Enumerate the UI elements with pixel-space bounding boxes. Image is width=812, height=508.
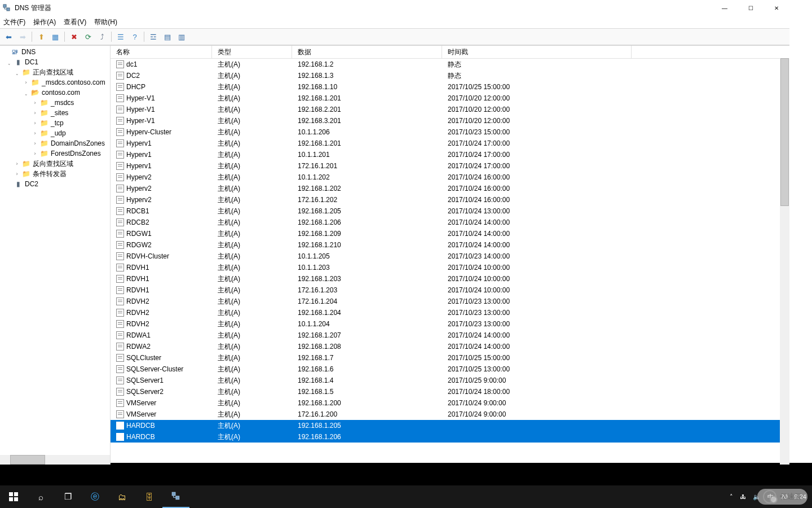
content-body: 🖳DNS ˬ▮DC1 ˬ📁正向查找区域 ›📁_msdcs.contoso.com… [0,45,789,465]
table-row[interactable]: HARDCB主机(A)192.168.1.206 [111,431,789,443]
taskbar[interactable]: ⌕ ❐ ⓔ 🗂 🗄 ˄ 🖧 🔈 中 20 9:24 [0,485,812,508]
show-hide-tree-icon[interactable]: ▦ [49,30,61,43]
svg-rect-5 [14,492,18,496]
dns-manager-taskbar-icon[interactable] [162,485,189,508]
record-rows[interactable]: dc1主机(A)192.168.1.2静态DC2主机(A)192.168.1.3… [111,59,789,465]
tree-sites[interactable]: ›📁_sites [0,108,110,118]
svg-rect-1 [7,8,10,11]
tree-conditional-forwarders[interactable]: ›📁条件转发器 [0,169,110,179]
table-row[interactable]: RDCB2主机(A)192.168.1.2062017/10/24 14:00:… [111,217,789,228]
table-row[interactable]: DC2主机(A)192.168.1.3静态 [111,70,789,81]
tree-msdcs[interactable]: ›📁_msdcs [0,98,110,108]
table-row[interactable]: RDGW1主机(A)192.168.1.2092017/10/24 14:00:… [111,228,789,239]
col-name[interactable]: 名称 [111,46,212,58]
separator [111,32,112,42]
list-icon[interactable]: ☲ [147,30,160,43]
table-row[interactable]: Hyperv1主机(A)10.1.1.2012017/10/24 17:00:0… [111,149,789,160]
table-row[interactable]: RDVH1主机(A)172.16.1.2032017/10/24 10:00:0… [111,284,789,296]
table-row[interactable]: SQLServer-Cluster主机(A)192.168.1.62017/10… [111,364,789,375]
table-row[interactable]: Hyperv1主机(A)192.168.1.2012017/10/24 17:0… [111,138,789,149]
maximize-button[interactable]: ☐ [738,0,764,16]
explorer-icon[interactable]: 🗂 [108,485,135,508]
svg-rect-8 [172,492,175,496]
start-button[interactable] [0,485,27,508]
ie-icon[interactable]: ⓔ [81,485,108,508]
table-row[interactable]: SQLCluster主机(A)192.168.1.72017/10/25 15:… [111,352,789,364]
close-button[interactable]: ✕ [764,0,789,16]
column-headers[interactable]: 名称 类型 数据 时间戳 [111,46,789,59]
watermark-logo-icon [763,490,776,503]
tree-server-dc2[interactable]: ▮DC2 [0,179,110,189]
tree-tcp[interactable]: ›📁_tcp [0,118,110,128]
tree-horizontal-scrollbar[interactable] [0,455,110,465]
table-row[interactable]: HARDCB主机(A)192.168.1.205 [111,420,789,431]
table-row[interactable]: Hyper-V1主机(A)192.168.2.2012017/10/20 12:… [111,104,789,115]
columns-icon[interactable]: ▥ [175,30,188,43]
table-row[interactable]: DHCP主机(A)192.168.1.102017/10/25 15:00:00 [111,81,789,93]
tree-forestdnszones[interactable]: ›📁ForestDnsZones [0,148,110,159]
tree-zone-msdcs-contoso[interactable]: ›📁_msdcs.contoso.com [0,77,110,87]
task-view-icon[interactable]: ❐ [54,485,81,508]
table-row[interactable]: RDWA1主机(A)192.168.1.2072017/10/24 14:00:… [111,330,789,341]
col-data[interactable]: 数据 [292,46,442,58]
table-row[interactable]: SQLServer1主机(A)192.168.1.42017/10/25 9:0… [111,375,789,386]
tree-zone-contoso[interactable]: ˬ📂contoso.com [0,87,110,98]
refresh-icon[interactable]: ⟳ [82,30,94,43]
details-icon[interactable]: ▤ [161,30,174,43]
table-row[interactable]: Hyperv2主机(A)10.1.1.2022017/10/24 16:00:0… [111,172,789,183]
table-row[interactable]: dc1主机(A)192.168.1.2静态 [111,59,789,70]
separator [144,32,144,42]
up-icon[interactable]: ⬆ [35,30,47,43]
table-row[interactable]: RDGW2主机(A)192.168.1.2102017/10/24 14:00:… [111,239,789,251]
server-manager-icon[interactable]: 🗄 [135,485,162,508]
table-row[interactable]: RDVH2主机(A)10.1.1.2042017/10/23 13:00:00 [111,318,789,330]
table-row[interactable]: Hyper-V1主机(A)192.168.3.2012017/10/20 12:… [111,115,789,126]
properties-icon[interactable]: ☰ [114,30,127,43]
minimize-button[interactable]: — [712,0,738,16]
table-row[interactable]: SQLServer2主机(A)192.168.1.52017/10/24 18:… [111,386,789,397]
menu-help[interactable]: 帮助(H) [94,17,117,27]
toolbar: ⬅ ➡ ⬆ ▦ ✖ ⟳ ⤴ ☰ ? ☲ ▤ ▥ [0,28,789,45]
table-row[interactable]: RDVH1主机(A)10.1.1.2032017/10/24 10:00:00 [111,262,789,273]
col-type[interactable]: 类型 [212,46,292,58]
table-row[interactable]: Hyper-V1主机(A)192.168.1.2012017/10/20 12:… [111,93,789,104]
tree-udp[interactable]: ›📁_udp [0,128,110,138]
tray-chevron-up-icon[interactable]: ˄ [730,493,733,501]
table-row[interactable]: Hyperv1主机(A)172.16.1.2012017/10/24 17:00… [111,160,789,172]
help-icon[interactable]: ? [129,30,141,43]
tree-domaindnszones[interactable]: ›📁DomainDnsZones [0,138,110,148]
menu-view[interactable]: 查看(V) [64,17,86,27]
table-row[interactable]: RDVH-Cluster主机(A)10.1.1.2052017/10/23 14… [111,251,789,262]
watermark: 亿速云 [757,489,807,505]
forward-icon[interactable]: ➡ [16,30,29,43]
table-row[interactable]: Hyperv-Cluster主机(A)10.1.1.2062017/10/23 … [111,126,789,138]
menubar: 文件(F) 操作(A) 查看(V) 帮助(H) [0,16,789,28]
tray-network-icon[interactable]: 🖧 [740,493,746,500]
records-panel: 名称 类型 数据 时间戳 dc1主机(A)192.168.1.2静态DC2主机(… [111,46,789,465]
tree-root-dns[interactable]: 🖳DNS [0,47,110,57]
tree-panel[interactable]: 🖳DNS ˬ▮DC1 ˬ📁正向查找区域 ›📁_msdcs.contoso.com… [0,46,111,465]
table-row[interactable]: RDVH2主机(A)172.16.1.2042017/10/23 13:00:0… [111,296,789,307]
table-row[interactable]: VMServer主机(A)172.16.1.2002017/10/24 9:00… [111,409,789,420]
vertical-scrollbar[interactable] [780,58,789,465]
table-row[interactable]: RDVH2主机(A)192.168.1.2042017/10/23 13:00:… [111,307,789,318]
table-row[interactable]: RDVH1主机(A)192.168.1.2032017/10/24 10:00:… [111,273,789,284]
table-row[interactable]: Hyperv2主机(A)192.168.1.2022017/10/24 16:0… [111,183,789,194]
col-timestamp[interactable]: 时间戳 [442,46,632,58]
search-icon[interactable]: ⌕ [27,485,54,508]
menu-action[interactable]: 操作(A) [33,17,56,27]
table-row[interactable]: Hyperv2主机(A)172.16.1.2022017/10/24 16:00… [111,194,789,205]
table-row[interactable]: RDWA2主机(A)192.168.1.2082017/10/24 14:00:… [111,341,789,352]
dns-manager-window: DNS 管理器 — ☐ ✕ 文件(F) 操作(A) 查看(V) 帮助(H) ⬅ … [0,0,789,463]
delete-icon[interactable]: ✖ [68,30,80,43]
window-title: DNS 管理器 [15,3,51,13]
back-icon[interactable]: ⬅ [2,30,15,43]
table-row[interactable]: VMServer主机(A)192.168.1.2002017/10/24 9:0… [111,397,789,409]
tree-forward-lookup[interactable]: ˬ📁正向查找区域 [0,67,110,77]
tree-server-dc1[interactable]: ˬ▮DC1 [0,57,110,67]
table-row[interactable]: RDCB1主机(A)192.168.1.2052017/10/24 13:00:… [111,205,789,217]
watermark-text: 亿速云 [780,492,802,502]
menu-file[interactable]: 文件(F) [3,17,25,27]
export-list-icon[interactable]: ⤴ [96,30,108,43]
tree-reverse-lookup[interactable]: ›📁反向查找区域 [0,159,110,169]
